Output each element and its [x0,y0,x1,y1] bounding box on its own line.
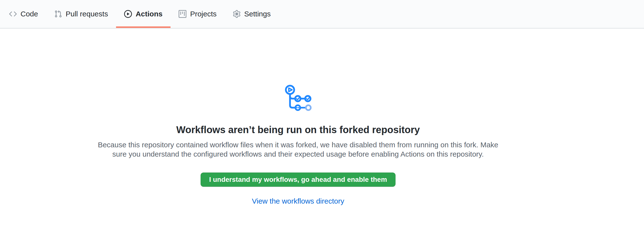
tab-projects[interactable]: Projects [170,0,224,28]
tab-settings[interactable]: Settings [225,0,279,28]
gear-icon [233,10,241,18]
empty-state-description: Because this repository contained workfl… [98,140,498,159]
repo-nav: Code Pull requests Actions Projects [0,0,644,29]
tab-label: Settings [244,10,271,18]
project-icon [178,10,186,18]
tab-label: Projects [190,10,216,18]
enable-workflows-button[interactable]: I understand my workflows, go ahead and … [200,172,396,187]
git-pull-request-icon [54,10,62,18]
actions-empty-state: Workflows aren’t being run on this forke… [0,29,596,205]
tab-actions[interactable]: Actions [116,0,170,28]
tab-pull-requests[interactable]: Pull requests [46,0,116,28]
code-icon [9,10,17,18]
workflow-graph-icon [284,83,312,111]
play-icon [124,10,132,18]
description-line-1: Because this repository contained workfl… [98,140,498,149]
tab-label: Pull requests [66,10,108,18]
tab-label: Code [20,10,38,18]
tab-label: Actions [136,10,162,18]
view-workflows-directory-link[interactable]: View the workflows directory [252,197,344,205]
tab-code[interactable]: Code [1,0,46,28]
description-line-2: sure you understand the configured workf… [98,149,498,159]
empty-state-title: Workflows aren’t being run on this forke… [176,124,420,136]
